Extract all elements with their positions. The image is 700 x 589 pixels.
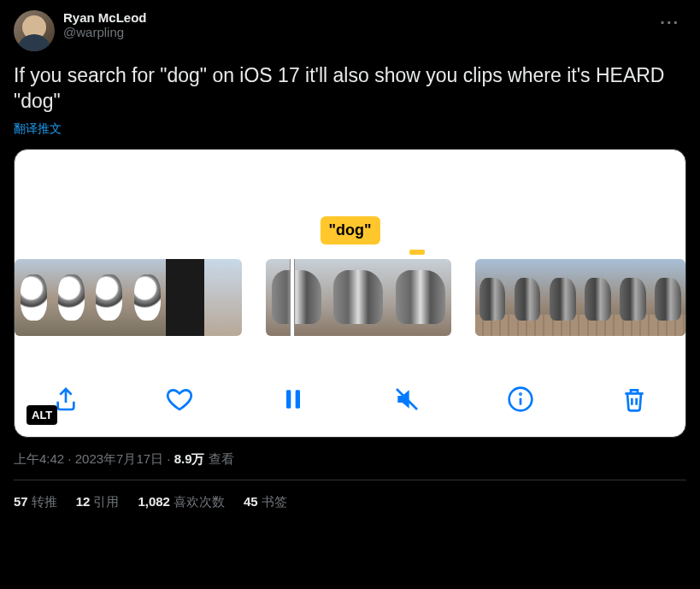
user-handle[interactable]: @warpling [63, 25, 644, 39]
info-icon[interactable] [505, 384, 536, 415]
trash-icon[interactable] [619, 384, 650, 415]
likes-stat[interactable]: 1,082喜欢次数 [138, 494, 225, 510]
tweet-meta: 上午4:42 · 2023年7月17日 · 8.9万 查看 [14, 451, 686, 468]
timeline-marker [409, 250, 425, 255]
tweet-time[interactable]: 上午4:42 [14, 451, 64, 466]
tweet-media[interactable]: "dog" [14, 149, 686, 438]
alt-badge[interactable]: ALT [26, 405, 57, 425]
svg-rect-0 [286, 390, 291, 408]
views-label: 查看 [205, 451, 234, 466]
tweet-stats: 57转推 12引用 1,082喜欢次数 45书签 [14, 480, 686, 510]
translate-link[interactable]: 翻译推文 [14, 121, 686, 137]
more-icon[interactable]: ··· [653, 10, 686, 34]
display-name[interactable]: Ryan McLeod [63, 10, 644, 25]
video-filmstrip [15, 259, 685, 336]
playhead[interactable] [290, 259, 295, 336]
clip-group-1[interactable] [15, 259, 242, 336]
tweet-text: If you search for "dog" on iOS 17 it'll … [14, 63, 686, 115]
heart-icon[interactable] [164, 384, 195, 415]
tweet-header: Ryan McLeod @warpling ··· [14, 10, 686, 51]
mute-icon[interactable] [391, 384, 422, 415]
tweet-date[interactable]: 2023年7月17日 [75, 451, 163, 466]
quotes-stat[interactable]: 12引用 [76, 494, 120, 510]
retweets-stat[interactable]: 57转推 [14, 494, 57, 510]
clip-group-2[interactable] [266, 259, 451, 336]
clip-group-3[interactable] [475, 259, 685, 336]
media-controls [15, 384, 685, 415]
pause-icon[interactable] [278, 384, 309, 415]
views-count: 8.9万 [174, 451, 205, 466]
avatar[interactable] [14, 10, 55, 51]
svg-rect-1 [296, 390, 300, 408]
user-names: Ryan McLeod @warpling [63, 10, 644, 39]
search-term-badge: "dog" [320, 216, 379, 244]
svg-point-5 [520, 393, 521, 394]
bookmarks-stat[interactable]: 45书签 [244, 494, 287, 510]
tweet-container: Ryan McLeod @warpling ··· If you search … [0, 0, 700, 521]
